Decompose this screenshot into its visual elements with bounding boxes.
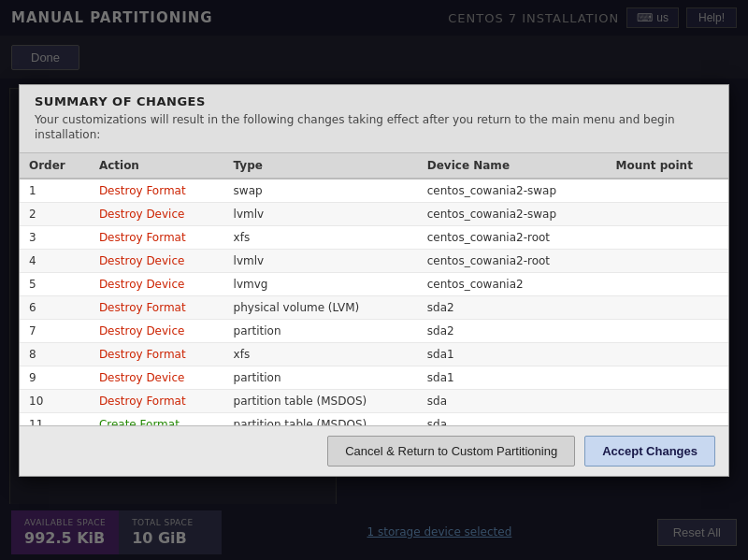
cell-type: swap <box>224 179 418 203</box>
cell-mount-point <box>606 179 728 203</box>
modal-title: SUMMARY OF CHANGES <box>35 94 713 108</box>
cell-order: 11 <box>20 413 90 426</box>
cell-action: Destroy Format <box>90 343 224 366</box>
table-row: 6 Destroy Format physical volume (LVM) s… <box>20 296 728 320</box>
cell-action: Destroy Device <box>90 273 224 296</box>
col-device-name: Device Name <box>418 153 607 179</box>
cell-mount-point <box>606 343 728 366</box>
summary-modal: SUMMARY OF CHANGES Your customizations w… <box>19 84 729 477</box>
modal-subtitle: Your customizations will result in the f… <box>35 112 713 144</box>
col-action: Action <box>90 153 224 179</box>
cell-order: 3 <box>20 226 90 250</box>
table-row: 3 Destroy Format xfs centos_cowania2-roo… <box>20 226 728 250</box>
cell-type: partition table (MSDOS) <box>224 413 418 426</box>
cell-type: lvmlv <box>224 203 418 226</box>
modal-footer: Cancel & Return to Custom Partitioning A… <box>20 426 728 476</box>
cell-mount-point <box>606 320 728 343</box>
cell-type: physical volume (LVM) <box>224 296 418 320</box>
table-row: 11 Create Format partition table (MSDOS)… <box>20 413 728 426</box>
table-row: 4 Destroy Device lvmlv centos_cowania2-r… <box>20 250 728 273</box>
modal-header: SUMMARY OF CHANGES Your customizations w… <box>20 85 728 154</box>
cell-order: 2 <box>20 203 90 226</box>
cell-order: 8 <box>20 343 90 366</box>
cell-action: Destroy Device <box>90 320 224 343</box>
table-row: 1 Destroy Format swap centos_cowania2-sw… <box>20 179 728 203</box>
cell-order: 9 <box>20 366 90 390</box>
cell-type: lvmvg <box>224 273 418 296</box>
cancel-button[interactable]: Cancel & Return to Custom Partitioning <box>327 436 575 467</box>
cell-order: 10 <box>20 390 90 413</box>
cell-action: Destroy Format <box>90 179 224 203</box>
cell-action: Create Format <box>90 413 224 426</box>
cell-order: 7 <box>20 320 90 343</box>
cell-device-name: centos_cowania2 <box>418 273 607 296</box>
cell-device-name: centos_cowania2-swap <box>418 203 607 226</box>
cell-device-name: centos_cowania2-root <box>418 250 607 273</box>
table-row: 5 Destroy Device lvmvg centos_cowania2 <box>20 273 728 296</box>
cell-action: Destroy Format <box>90 296 224 320</box>
modal-overlay: SUMMARY OF CHANGES Your customizations w… <box>0 0 748 560</box>
cell-device-name: sda2 <box>418 296 607 320</box>
cell-order: 1 <box>20 179 90 203</box>
cell-type: partition table (MSDOS) <box>224 390 418 413</box>
cell-mount-point <box>606 273 728 296</box>
cell-type: partition <box>224 320 418 343</box>
cell-device-name: sda2 <box>418 320 607 343</box>
cell-device-name: centos_cowania2-swap <box>418 179 607 203</box>
col-mount-point: Mount point <box>606 153 728 179</box>
cell-device-name: sda1 <box>418 343 607 366</box>
changes-table-container[interactable]: Order Action Type Device Name Mount poin… <box>20 153 728 425</box>
cell-mount-point <box>606 413 728 426</box>
cell-device-name: sda1 <box>418 366 607 390</box>
cell-action: Destroy Device <box>90 366 224 390</box>
cell-mount-point <box>606 203 728 226</box>
cell-mount-point <box>606 250 728 273</box>
cell-device-name: sda <box>418 413 607 426</box>
cell-action: Destroy Device <box>90 203 224 226</box>
table-row: 10 Destroy Format partition table (MSDOS… <box>20 390 728 413</box>
table-row: 8 Destroy Format xfs sda1 <box>20 343 728 366</box>
cell-mount-point <box>606 390 728 413</box>
cell-mount-point <box>606 296 728 320</box>
table-row: 2 Destroy Device lvmlv centos_cowania2-s… <box>20 203 728 226</box>
cell-type: xfs <box>224 226 418 250</box>
cell-order: 5 <box>20 273 90 296</box>
cell-mount-point <box>606 366 728 390</box>
cell-device-name: sda <box>418 390 607 413</box>
table-row: 9 Destroy Device partition sda1 <box>20 366 728 390</box>
col-type: Type <box>224 153 418 179</box>
changes-table: Order Action Type Device Name Mount poin… <box>20 153 728 425</box>
col-order: Order <box>20 153 90 179</box>
cell-order: 4 <box>20 250 90 273</box>
table-body: 1 Destroy Format swap centos_cowania2-sw… <box>20 179 728 425</box>
cell-type: lvmlv <box>224 250 418 273</box>
table-row: 7 Destroy Device partition sda2 <box>20 320 728 343</box>
cell-device-name: centos_cowania2-root <box>418 226 607 250</box>
cell-action: Destroy Device <box>90 250 224 273</box>
cell-mount-point <box>606 226 728 250</box>
accept-changes-button[interactable]: Accept Changes <box>584 436 715 467</box>
cell-type: partition <box>224 366 418 390</box>
table-header-row: Order Action Type Device Name Mount poin… <box>20 153 728 179</box>
cell-type: xfs <box>224 343 418 366</box>
cell-action: Destroy Format <box>90 226 224 250</box>
table-header: Order Action Type Device Name Mount poin… <box>20 153 728 179</box>
cell-action: Destroy Format <box>90 390 224 413</box>
cell-order: 6 <box>20 296 90 320</box>
